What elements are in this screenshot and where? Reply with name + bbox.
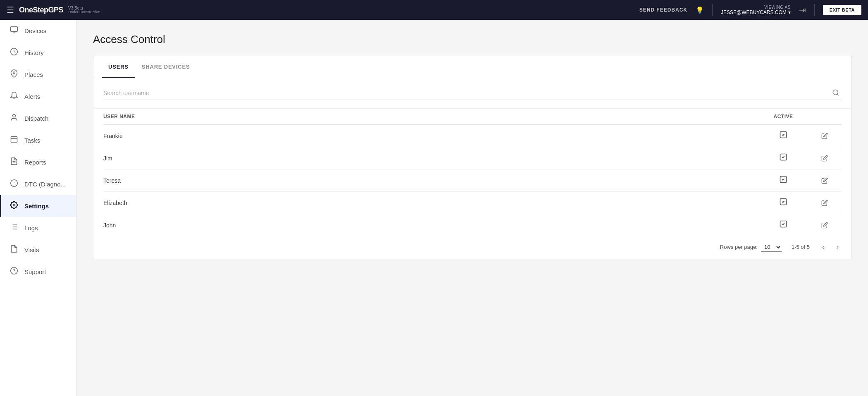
active-checkbox-elizabeth[interactable] bbox=[758, 198, 808, 208]
exit-beta-button[interactable]: EXIT BETA bbox=[823, 5, 861, 15]
pagination: Rows per page: 10 25 50 100 1-5 of 5 ‹ › bbox=[93, 236, 851, 260]
sidebar-item-dispatch[interactable]: Dispatch bbox=[0, 107, 76, 129]
hamburger-menu[interactable]: ☰ bbox=[7, 5, 14, 15]
edit-button-teresa[interactable] bbox=[808, 177, 841, 184]
tab-bar: USERS SHARE DEVICES bbox=[93, 56, 851, 78]
edit-button-frankie[interactable] bbox=[808, 133, 841, 139]
active-checkbox-jim[interactable] bbox=[758, 153, 808, 163]
active-checkbox-john[interactable] bbox=[758, 220, 808, 230]
svg-point-2 bbox=[13, 72, 15, 74]
table-row: Teresa bbox=[103, 169, 841, 192]
devices-icon bbox=[10, 26, 19, 36]
user-name-teresa: Teresa bbox=[103, 177, 758, 184]
svg-point-13 bbox=[13, 204, 15, 206]
column-username: User Name bbox=[103, 114, 758, 119]
user-email[interactable]: JESSE@WEBUYCARS.COM ▾ bbox=[721, 10, 791, 15]
page-info: 1-5 of 5 bbox=[792, 244, 810, 250]
places-icon bbox=[10, 69, 19, 80]
table-row: John bbox=[103, 214, 841, 236]
search-container bbox=[93, 78, 851, 109]
active-checkbox-teresa[interactable] bbox=[758, 175, 808, 186]
settings-icon bbox=[10, 201, 19, 211]
tasks-icon bbox=[10, 135, 19, 146]
sidebar-item-places[interactable]: Places bbox=[0, 64, 76, 86]
next-page-button[interactable]: › bbox=[834, 242, 841, 252]
edit-button-elizabeth[interactable] bbox=[808, 200, 841, 206]
svg-point-22 bbox=[833, 90, 838, 95]
support-icon bbox=[10, 267, 19, 277]
sidebar-label-reports: Reports bbox=[24, 159, 46, 166]
user-name-jim: Jim bbox=[103, 155, 758, 162]
user-name-elizabeth: Elizabeth bbox=[103, 200, 758, 206]
sidebar-item-visits[interactable]: Visits bbox=[0, 239, 76, 261]
users-table: User Name Active Frankie bbox=[93, 109, 851, 236]
page-title: Access Control bbox=[93, 33, 851, 46]
svg-line-23 bbox=[837, 94, 838, 95]
sidebar-item-reports[interactable]: Reports bbox=[0, 151, 76, 173]
viewing-as-label: VIEWING AS JESSE@WEBUYCARS.COM ▾ bbox=[721, 5, 791, 15]
table-header: User Name Active bbox=[103, 109, 841, 125]
user-name-frankie: Frankie bbox=[103, 133, 758, 139]
sidebar-label-places: Places bbox=[24, 71, 43, 78]
send-feedback-button[interactable]: SEND FEEDBACK bbox=[639, 7, 687, 13]
tab-share-devices[interactable]: SHARE DEVICES bbox=[135, 56, 197, 78]
sidebar-item-logs[interactable]: Logs bbox=[0, 217, 76, 239]
sidebar-label-visits: Visits bbox=[24, 246, 39, 253]
top-navigation: ☰ OneStepGPS V3 Beta Under Construction … bbox=[0, 0, 868, 20]
main-content: Access Control USERS SHARE DEVICES U bbox=[76, 20, 868, 396]
search-icon bbox=[832, 89, 839, 98]
app-logo: OneStepGPS bbox=[19, 6, 63, 14]
table-row: Jim bbox=[103, 147, 841, 169]
logs-icon bbox=[10, 223, 19, 233]
sidebar-item-dtc[interactable]: DTC (Diagno... bbox=[0, 173, 76, 195]
previous-page-button[interactable]: ‹ bbox=[820, 242, 827, 252]
dispatch-icon bbox=[10, 113, 19, 124]
visits-icon bbox=[10, 245, 19, 255]
divider2 bbox=[814, 4, 815, 16]
divider bbox=[712, 4, 713, 16]
dtc-icon bbox=[10, 179, 19, 189]
reports-icon bbox=[10, 157, 19, 167]
sidebar-label-settings: Settings bbox=[24, 203, 49, 210]
rows-per-page-select[interactable]: 10 25 50 100 bbox=[761, 243, 782, 252]
table-row: Elizabeth bbox=[103, 192, 841, 214]
svg-rect-4 bbox=[11, 136, 17, 143]
sidebar-item-support[interactable]: Support bbox=[0, 261, 76, 283]
edit-button-jim[interactable] bbox=[808, 155, 841, 162]
sidebar-label-history: History bbox=[24, 49, 44, 56]
alerts-icon bbox=[10, 91, 19, 102]
brightness-icon[interactable]: 💡 bbox=[696, 6, 704, 14]
sidebar-label-logs: Logs bbox=[24, 224, 38, 231]
active-checkbox-frankie[interactable] bbox=[758, 131, 808, 141]
sidebar-label-support: Support bbox=[24, 268, 46, 275]
svg-point-3 bbox=[13, 115, 16, 117]
sidebar-label-alerts: Alerts bbox=[24, 93, 40, 100]
sidebar-label-dtc: DTC (Diagno... bbox=[24, 181, 66, 188]
svg-rect-0 bbox=[11, 27, 18, 32]
svg-point-20 bbox=[11, 267, 18, 274]
sidebar-item-history[interactable]: History bbox=[0, 42, 76, 64]
table-row: Frankie bbox=[103, 125, 841, 147]
access-control-card: USERS SHARE DEVICES User Name Active bbox=[93, 56, 851, 260]
rows-per-page-label: Rows per page: bbox=[720, 244, 758, 250]
history-icon bbox=[10, 48, 19, 58]
sidebar-item-devices[interactable]: Devices bbox=[0, 20, 76, 42]
sidebar-label-tasks: Tasks bbox=[24, 137, 40, 144]
user-name-john: John bbox=[103, 222, 758, 229]
version-badge: V3 Beta Under Construction bbox=[68, 6, 100, 14]
sidebar-label-devices: Devices bbox=[24, 27, 46, 34]
tab-users[interactable]: USERS bbox=[102, 56, 135, 78]
logout-icon[interactable]: ⇥ bbox=[799, 5, 806, 15]
sidebar-item-settings[interactable]: Settings bbox=[0, 195, 76, 217]
edit-button-john[interactable] bbox=[808, 222, 841, 229]
sidebar-item-alerts[interactable]: Alerts bbox=[0, 86, 76, 107]
sidebar-item-tasks[interactable]: Tasks bbox=[0, 129, 76, 151]
sidebar: Devices History Places Alerts Dispatch bbox=[0, 20, 76, 396]
column-active: Active bbox=[758, 114, 808, 119]
search-input[interactable] bbox=[103, 86, 841, 100]
sidebar-label-dispatch: Dispatch bbox=[24, 115, 48, 122]
